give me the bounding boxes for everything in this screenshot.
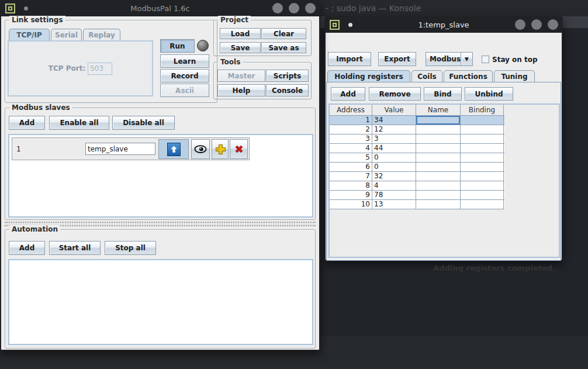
cell-address[interactable]: 5 [330, 153, 372, 162]
console-button[interactable]: Console [266, 84, 309, 96]
table-row[interactable]: 6 0 [330, 163, 504, 172]
header-value[interactable]: Value [372, 105, 416, 115]
minimize-icon[interactable] [272, 3, 283, 13]
cell-value[interactable]: 3 [372, 135, 416, 143]
tab-replay[interactable]: Replay [83, 29, 120, 40]
cell-name[interactable] [416, 116, 461, 125]
cell-name[interactable] [416, 172, 461, 181]
cell-address[interactable]: 4 [330, 144, 372, 153]
register-remove-button[interactable]: Remove [369, 87, 421, 101]
close-icon[interactable] [548, 19, 558, 30]
tcp-port-input[interactable] [88, 63, 112, 75]
register-bind-button[interactable]: Bind [424, 87, 462, 101]
slave-titlebar[interactable]: 1:temp_slave [324, 16, 563, 33]
stop-all-button[interactable]: Stop all [105, 241, 156, 255]
table-row[interactable]: 8 4 [330, 181, 504, 191]
cell-address[interactable]: 8 [330, 181, 372, 190]
cell-value[interactable]: 78 [372, 191, 416, 199]
tab-tcpip[interactable]: TCP/IP [9, 29, 50, 40]
tab-holding-registers[interactable]: Holding registers [327, 70, 410, 82]
cell-address[interactable]: 3 [330, 135, 372, 143]
cell-binding[interactable] [461, 116, 504, 125]
save-as-button[interactable]: Save as [261, 42, 306, 53]
tab-tuning[interactable]: Tuning [494, 70, 535, 82]
modbuspal-titlebar[interactable]: ModbusPal 1.6c [0, 0, 320, 16]
cell-binding[interactable] [461, 144, 504, 153]
export-button[interactable]: Export [378, 52, 416, 66]
protocol-select[interactable]: Modbus [426, 52, 461, 66]
slave-view-button[interactable] [191, 139, 210, 159]
import-button[interactable]: Import [328, 52, 371, 66]
slave-enabled-toggle[interactable] [158, 139, 189, 159]
minimize-icon[interactable] [515, 19, 525, 30]
load-button[interactable]: Load [220, 28, 261, 39]
help-button[interactable]: Help [217, 84, 265, 96]
cell-value[interactable]: 0 [372, 153, 416, 162]
table-row[interactable]: 3 3 [330, 135, 504, 144]
cell-binding[interactable] [461, 191, 504, 199]
cell-binding[interactable] [461, 135, 504, 143]
register-unbind-button[interactable]: Unbind [465, 87, 513, 101]
table-row[interactable]: 4 44 [330, 144, 504, 153]
cell-address[interactable]: 1 [330, 116, 372, 125]
cell-binding[interactable] [461, 181, 504, 190]
table-row[interactable]: 7 32 [330, 172, 504, 181]
register-add-button[interactable]: Add [331, 87, 365, 101]
cell-binding[interactable] [461, 163, 504, 171]
cell-address[interactable]: 6 [330, 163, 372, 171]
tab-serial[interactable]: Serial [51, 29, 82, 40]
run-button[interactable]: Run [160, 39, 195, 53]
cell-name[interactable] [416, 125, 461, 134]
protocol-dropdown-arrow-icon[interactable]: ▼ [461, 52, 473, 66]
automation-add-button[interactable]: Add [9, 241, 45, 255]
slave-delete-button[interactable] [230, 139, 248, 159]
header-binding[interactable]: Binding [461, 105, 504, 115]
stay-on-top-checkbox[interactable] [482, 56, 489, 63]
cell-value[interactable]: 44 [372, 144, 416, 153]
tab-functions[interactable]: Functions [444, 70, 493, 82]
cell-value[interactable]: 12 [372, 125, 416, 134]
disable-all-button[interactable]: Disable all [112, 116, 175, 130]
cell-name[interactable] [416, 144, 461, 153]
cell-name[interactable] [416, 135, 461, 143]
slave-item[interactable]: 1 [12, 137, 250, 160]
slave-add-button[interactable]: Add [9, 116, 45, 130]
maximize-icon[interactable] [531, 19, 542, 30]
clear-button[interactable]: Clear [261, 28, 306, 39]
header-name[interactable]: Name [416, 105, 461, 115]
slave-duplicate-button[interactable] [212, 139, 229, 159]
cell-binding[interactable] [461, 125, 504, 134]
table-row[interactable]: 9 78 [330, 191, 504, 200]
cell-name[interactable] [416, 200, 461, 209]
cell-value[interactable]: 32 [372, 172, 416, 181]
cell-binding[interactable] [461, 153, 504, 162]
konsole-titlebar[interactable]: - : sudo java — Konsole [320, 0, 588, 16]
cell-name[interactable] [416, 163, 461, 171]
table-row[interactable]: 10 13 [330, 200, 504, 209]
cell-binding[interactable] [461, 200, 504, 209]
table-row[interactable]: 2 12 [330, 125, 504, 135]
cell-address[interactable]: 9 [330, 191, 372, 199]
start-all-button[interactable]: Start all [49, 241, 101, 255]
tab-coils[interactable]: Coils [411, 70, 442, 82]
cell-address[interactable]: 10 [330, 200, 372, 209]
slave-name-input[interactable] [85, 143, 155, 155]
table-row[interactable]: 5 0 [330, 153, 504, 163]
cell-value[interactable]: 0 [372, 163, 416, 171]
close-icon[interactable] [305, 3, 316, 13]
enable-all-button[interactable]: Enable all [49, 116, 109, 130]
header-address[interactable]: Address [330, 105, 372, 115]
cell-value[interactable]: 13 [372, 200, 416, 209]
cell-name[interactable] [416, 191, 461, 199]
cell-value[interactable]: 34 [372, 116, 416, 125]
cell-address[interactable]: 7 [330, 172, 372, 181]
record-button[interactable]: Record [160, 69, 209, 82]
cell-name[interactable] [416, 153, 461, 162]
cell-binding[interactable] [461, 172, 504, 181]
save-button[interactable]: Save [220, 42, 261, 53]
maximize-icon[interactable] [289, 3, 299, 13]
cell-name[interactable] [416, 181, 461, 190]
learn-button[interactable]: Learn [160, 54, 209, 68]
cell-value[interactable]: 4 [372, 181, 416, 190]
scripts-button[interactable]: Scripts [266, 70, 309, 82]
